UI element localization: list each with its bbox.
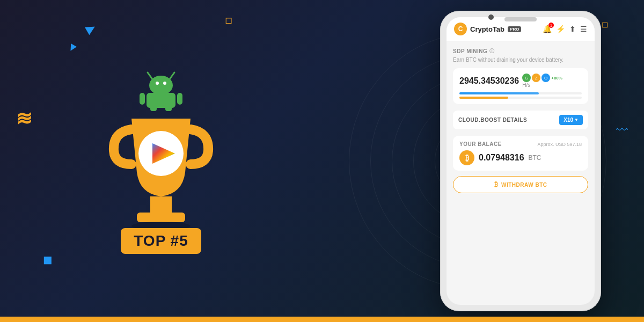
hash-unit-container: G Z O +80% H/s [522, 74, 562, 88]
hash-rate: 2945.34530236 G Z O +80% H/s [459, 74, 582, 88]
app-title: CryptoTab [470, 25, 504, 33]
android-svg [137, 68, 185, 111]
cloud-boost-label: CLOUD.BOOST DETAILS [458, 117, 555, 123]
balance-section: YOUR BALACE Approx. USD 597.18 ₿ 0.07948… [453, 136, 588, 171]
trophy-svg [86, 103, 236, 242]
svg-point-4 [163, 82, 166, 85]
progress-bar-orange [459, 97, 508, 99]
progress-bar-blue [459, 92, 539, 94]
notification-badge: 1 [548, 23, 554, 28]
hash-hs: H/s [522, 82, 530, 88]
deco-wave-right: 〰 [616, 123, 628, 137]
header-icons: 🔔 1 ⚡ ⬆ ☰ [543, 25, 587, 33]
icon-green: G [522, 74, 531, 82]
svg-line-0 [148, 72, 153, 80]
phone-notch [504, 17, 537, 21]
trophy [86, 103, 236, 244]
top-badge-text: TOP #5 [134, 232, 188, 249]
lightning-icon[interactable]: ⚡ [556, 25, 565, 33]
btc-symbol: BTC [529, 154, 541, 162]
sdp-title: SDP MINING ⓘ [453, 48, 588, 55]
cloud-boost-row[interactable]: CLOUD.BOOST DETAILS X10 ▼ [453, 111, 588, 129]
svg-point-2 [149, 76, 173, 95]
hash-number: 2945.34530236 [459, 76, 519, 86]
btc-icon: ₿ [459, 150, 474, 165]
android-robot [137, 68, 185, 113]
app-logo: C [454, 23, 467, 35]
withdraw-button[interactable]: ₿ WITHDRAW BTC [453, 176, 588, 193]
svg-rect-8 [150, 106, 157, 111]
svg-point-3 [156, 82, 159, 85]
share-icon[interactable]: ⬆ [569, 25, 576, 33]
progress-bar-orange-bg [459, 97, 582, 99]
icon-orange: Z [532, 74, 540, 82]
icon-blue: O [541, 74, 550, 82]
info-icon: ⓘ [489, 48, 495, 55]
balance-label: YOUR BALACE [459, 141, 502, 147]
notification-icon[interactable]: 🔔 1 [543, 25, 552, 33]
phone-container: C CryptoTab PRO 🔔 1 ⚡ ⬆ ☰ SDP [440, 11, 601, 311]
boost-percent: +80% [551, 76, 562, 80]
balance-amount: ₿ 0.07948316 BTC [459, 150, 582, 165]
hash-icons: G Z O [522, 74, 550, 82]
chevron-down-icon: ▼ [574, 118, 579, 122]
app-content: SDP MINING ⓘ Earn BTC without draining y… [447, 41, 595, 305]
x10-button[interactable]: X10 ▼ [559, 115, 583, 125]
sdp-subtitle: Earn BTC without draining your device ba… [453, 57, 588, 63]
btc-amount: 0.07948316 [479, 153, 524, 163]
svg-rect-11 [137, 213, 185, 222]
svg-rect-6 [140, 93, 145, 105]
svg-rect-5 [147, 93, 175, 108]
top-badge: TOP #5 [121, 228, 201, 254]
btc-small-icon: ₿ [494, 181, 499, 188]
pro-badge: PRO [508, 26, 521, 32]
phone-screen: C CryptoTab PRO 🔔 1 ⚡ ⬆ ☰ SDP [447, 17, 595, 305]
mining-display: 2945.34530236 G Z O +80% H/s [453, 68, 588, 104]
progress-bar-blue-bg [459, 92, 582, 94]
left-panel: TOP #5 [0, 0, 322, 322]
phone-camera [488, 14, 494, 20]
progress-container [459, 92, 582, 99]
svg-rect-9 [165, 106, 172, 111]
svg-rect-10 [150, 196, 172, 213]
bottom-bar [0, 317, 644, 322]
menu-icon[interactable]: ☰ [580, 25, 587, 33]
svg-rect-7 [177, 93, 182, 105]
balance-header: YOUR BALACE Approx. USD 597.18 [459, 141, 582, 147]
phone-outer: C CryptoTab PRO 🔔 1 ⚡ ⬆ ☰ SDP [440, 11, 601, 311]
svg-line-1 [169, 72, 174, 80]
balance-approx: Approx. USD 597.18 [537, 142, 582, 147]
